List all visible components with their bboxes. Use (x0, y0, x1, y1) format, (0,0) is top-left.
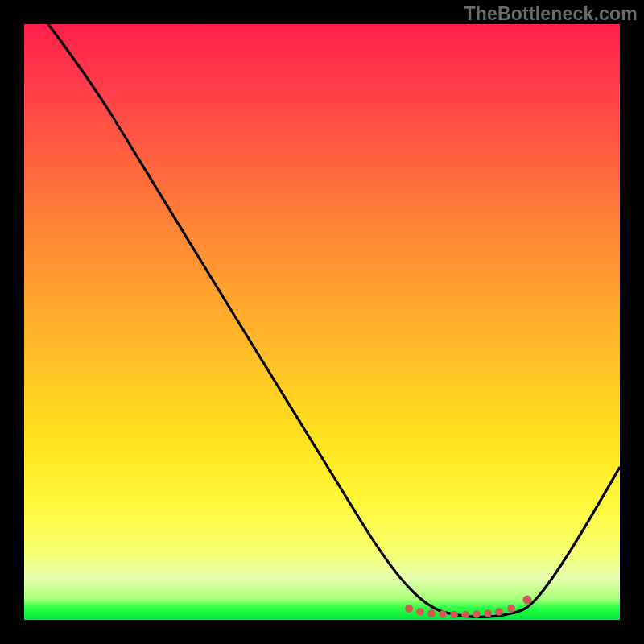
curve-svg (24, 24, 620, 620)
svg-point-8 (495, 608, 503, 616)
svg-point-7 (484, 609, 492, 617)
svg-point-2 (427, 609, 436, 617)
watermark-text: TheBottleneck.com (464, 3, 638, 25)
svg-point-3 (439, 610, 447, 618)
chart-container: TheBottleneck.com (0, 0, 644, 644)
svg-point-5 (461, 611, 469, 619)
svg-point-4 (450, 611, 458, 619)
plot-area (24, 24, 620, 620)
svg-point-10 (523, 596, 532, 605)
svg-point-0 (405, 605, 413, 613)
svg-point-6 (473, 610, 481, 618)
trough-markers-group (405, 596, 532, 619)
bottleneck-curve-path (48, 24, 620, 617)
svg-point-9 (507, 605, 515, 613)
svg-point-1 (416, 608, 424, 616)
